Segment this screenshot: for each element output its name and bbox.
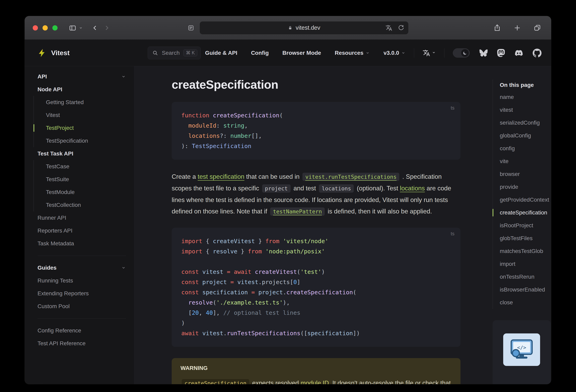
sidebar-item-test-api-reference[interactable]: Test API Reference [37, 337, 126, 350]
tabs-icon [533, 24, 541, 32]
outline-item-globtestfiles[interactable]: globTestFiles [500, 232, 551, 245]
doc-paragraph: Create a test specification that can be … [172, 171, 461, 217]
translate-icon[interactable] [385, 25, 392, 31]
outline-item-vite[interactable]: vite [500, 155, 551, 168]
sidebar-item-custom-pool[interactable]: Custom Pool [37, 300, 126, 313]
github-link[interactable] [533, 49, 542, 57]
outline-item-getprovidedcontext[interactable]: getProvidedContext [500, 193, 551, 206]
sidebar-item-extending-reporters[interactable]: Extending Reporters [37, 287, 126, 300]
chevron-down-icon [365, 51, 370, 55]
warning-title: WARNING [180, 365, 452, 371]
outline-item-isrootproject[interactable]: isRootProject [500, 219, 551, 232]
zoom-window-button[interactable] [52, 25, 58, 30]
address-bar-actions [385, 25, 404, 31]
nav-link-guide-api[interactable]: Guide & API [205, 50, 237, 56]
theme-toggle[interactable] [453, 48, 470, 58]
sidebar-item-running-tests[interactable]: Running Tests [37, 274, 126, 287]
sidebar-item-getting-started[interactable]: Getting Started [46, 96, 126, 109]
minimize-window-button[interactable] [43, 25, 48, 30]
sidebar-subgroup: TestCaseTestSuiteTestModuleTestCollectio… [33, 160, 126, 211]
close-window-button[interactable] [33, 25, 38, 30]
sidebar-subgroup: Getting StartedVitestTestProjectTestSpec… [33, 96, 126, 147]
outline-item-isbrowserenabled[interactable]: isBrowserEnabled [500, 283, 551, 296]
sidebar-item-reporters-api[interactable]: Reporters API [37, 224, 126, 237]
code-lines: function createSpecification( moduleId: … [172, 110, 461, 151]
navbar-separator [444, 48, 444, 58]
inline-link-test-specification[interactable]: test specification [198, 173, 244, 180]
nav-menu-version[interactable]: v3.0.0 [383, 50, 405, 56]
share-button[interactable] [491, 22, 503, 34]
warning-text: createSpecification expects resolved mod… [180, 377, 452, 384]
back-button[interactable] [89, 22, 101, 34]
chevron-down-icon [401, 51, 405, 55]
nav-menu-resources[interactable]: Resources [335, 50, 370, 56]
reader-icon [187, 24, 195, 31]
sidebar-item-testproject[interactable]: TestProject [46, 121, 126, 134]
code-lang-label: ts [451, 105, 455, 111]
outline-item-provide[interactable]: provide [500, 181, 551, 193]
page-settings-button[interactable] [187, 24, 195, 31]
doc-article: createSpecification ts function createSp… [172, 66, 461, 384]
sidebar-section-guides[interactable]: Guides [37, 261, 126, 274]
sidebar-item-runner-api[interactable]: Runner API [37, 211, 126, 224]
sidebar-toggle-button[interactable] [67, 22, 78, 34]
tab-group-chevron-button[interactable] [78, 26, 85, 30]
outline-item-config[interactable]: config [500, 142, 551, 155]
sidebar-item-testmodule[interactable]: TestModule [46, 186, 126, 199]
github-icon [533, 49, 542, 57]
sidebar-section-api[interactable]: API [37, 70, 126, 83]
forward-button[interactable] [101, 22, 113, 34]
theme-toggle-knob [461, 49, 469, 57]
outline-item-createspecification[interactable]: createSpecification [500, 206, 551, 219]
sidebar-item-node-api[interactable]: Node API [37, 83, 126, 96]
sponsor-card[interactable]: </> [492, 320, 551, 384]
inline-code-vitest-runtestspecifications[interactable]: vitest.runTestSpecifications [302, 173, 399, 181]
address-bar[interactable]: vitest.dev [200, 22, 408, 34]
moon-icon [463, 51, 467, 55]
sidebar-item-config-reference[interactable]: Config Reference [37, 324, 126, 337]
social-links [479, 49, 542, 57]
tab-overview-button[interactable] [531, 22, 543, 34]
lock-icon [288, 25, 293, 30]
sidebar-item-testsuite[interactable]: TestSuite [46, 173, 126, 186]
inline-link-module-id[interactable]: module ID [301, 380, 329, 384]
outline-item-matchestestglob[interactable]: matchesTestGlob [500, 245, 551, 258]
reload-icon[interactable] [398, 25, 404, 31]
plus-icon [514, 24, 521, 31]
language-menu[interactable] [423, 49, 436, 57]
discord-link[interactable] [514, 49, 523, 57]
outline-item-close[interactable]: close [500, 296, 551, 309]
sidebar-item-task-metadata[interactable]: Task Metadata [37, 237, 126, 250]
search-button[interactable]: Search ⌘ K [148, 47, 201, 59]
sidebar-item-testcollection[interactable]: TestCollection [46, 199, 126, 211]
nav-link-browser-mode[interactable]: Browser Mode [282, 50, 321, 56]
outline-item-vitest[interactable]: vitest [500, 104, 551, 116]
new-tab-button[interactable] [511, 22, 523, 34]
sidebar-item-test-task-api[interactable]: Test Task API [37, 147, 126, 160]
outline-item-name[interactable]: name [500, 91, 551, 104]
share-icon [493, 24, 501, 32]
url-text: vitest.dev [296, 25, 320, 31]
discord-icon [514, 49, 523, 57]
nav-link-config[interactable]: Config [251, 50, 269, 56]
warning-callout: WARNING createSpecification expects reso… [172, 358, 461, 384]
bluesky-link[interactable] [479, 49, 488, 57]
inline-link-locations[interactable]: locations [400, 184, 425, 192]
sidebar-item-vitest[interactable]: Vitest [46, 109, 126, 121]
translate-icon [423, 49, 430, 57]
browser-toolbar: vitest.dev [25, 16, 551, 40]
outline-item-serializedconfig[interactable]: serializedConfig [500, 116, 551, 129]
inline-code-testnamepattern[interactable]: testNamePattern [270, 208, 325, 216]
outline-item-import[interactable]: import [500, 258, 551, 271]
forward-arrow-icon [103, 24, 111, 32]
sidebar-nav: APINode APIGetting StartedVitestTestProj… [25, 66, 134, 356]
search-icon [152, 50, 158, 56]
outline-item-globalconfig[interactable]: globalConfig [500, 129, 551, 142]
logo[interactable]: Vitest [25, 40, 134, 66]
outline-item-ontestsrerun[interactable]: onTestsRerun [500, 271, 551, 283]
sidebar-item-testspecification[interactable]: TestSpecification [46, 134, 126, 147]
sidebar-item-testcase[interactable]: TestCase [46, 160, 126, 173]
mastodon-link[interactable] [497, 49, 505, 57]
outline-item-browser[interactable]: browser [500, 168, 551, 181]
chevron-down-icon [121, 265, 126, 270]
